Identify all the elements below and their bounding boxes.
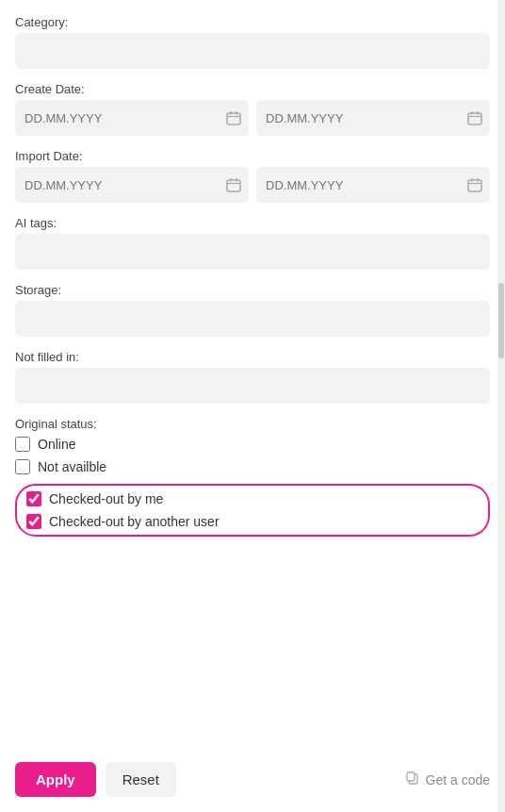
import-date-to-calendar-icon[interactable]: [460, 167, 490, 203]
original-status-field-group: Original status: Online Not availble Che…: [15, 417, 490, 537]
import-date-from-wrapper: [15, 167, 249, 203]
category-label: Category:: [15, 15, 490, 29]
checkbox-checked-out-other[interactable]: [26, 514, 41, 529]
option-not-available-label: Not availble: [38, 459, 106, 474]
option-checked-out-me-label: Checked-out by me: [49, 491, 163, 506]
checkbox-checked-out-me[interactable]: [26, 491, 41, 506]
copy-icon: [405, 771, 420, 789]
import-date-to-wrapper: [256, 167, 490, 203]
create-date-from-calendar-icon[interactable]: [219, 100, 249, 136]
checkbox-online[interactable]: [15, 437, 30, 452]
create-date-to-calendar-icon[interactable]: [460, 100, 490, 136]
option-checked-out-other[interactable]: Checked-out by another user: [26, 514, 479, 529]
svg-rect-17: [407, 772, 415, 781]
not-filled-in-label: Not filled in:: [15, 350, 490, 364]
footer: Apply Reset Get a code: [15, 753, 490, 797]
import-date-from-input[interactable]: [15, 178, 219, 192]
storage-input[interactable]: [15, 301, 490, 337]
svg-rect-8: [227, 180, 240, 191]
storage-label: Storage:: [15, 283, 490, 297]
not-filled-in-input[interactable]: [15, 368, 490, 404]
import-date-row: [15, 167, 490, 203]
get-code-link[interactable]: Get a code: [405, 771, 491, 789]
create-date-from-wrapper: [15, 100, 249, 136]
checkbox-not-available[interactable]: [15, 459, 30, 474]
create-date-label: Create Date:: [15, 82, 490, 96]
import-date-label: Import Date:: [15, 149, 490, 163]
not-filled-in-field-group: Not filled in:: [15, 350, 490, 404]
import-date-to-input[interactable]: [256, 178, 460, 192]
svg-rect-0: [227, 113, 240, 124]
ai-tags-label: AI tags:: [15, 216, 490, 230]
option-checked-out-me[interactable]: Checked-out by me: [26, 491, 479, 506]
original-status-options: Online Not availble Checked-out by me Ch…: [15, 437, 490, 537]
storage-field-group: Storage:: [15, 283, 490, 337]
create-date-to-input[interactable]: [256, 111, 460, 125]
category-field-group: Category:: [15, 15, 490, 69]
create-date-from-input[interactable]: [15, 111, 219, 125]
option-online-label: Online: [38, 437, 75, 452]
get-code-label: Get a code: [426, 772, 491, 787]
create-date-field-group: Create Date:: [15, 82, 490, 136]
original-status-label: Original status:: [15, 417, 490, 431]
svg-rect-4: [468, 113, 481, 124]
category-input[interactable]: [15, 33, 490, 69]
import-date-field-group: Import Date:: [15, 149, 490, 203]
option-checked-out-other-label: Checked-out by another user: [49, 514, 220, 529]
ai-tags-input[interactable]: [15, 234, 490, 270]
option-online[interactable]: Online: [15, 437, 490, 452]
option-not-available[interactable]: Not availble: [15, 459, 490, 474]
ai-tags-field-group: AI tags:: [15, 216, 490, 270]
filter-panel: Category: Create Date:: [0, 0, 505, 812]
create-date-row: [15, 100, 490, 136]
highlighted-options-box: Checked-out by me Checked-out by another…: [15, 484, 490, 537]
import-date-from-calendar-icon[interactable]: [219, 167, 249, 203]
create-date-to-wrapper: [256, 100, 490, 136]
apply-button[interactable]: Apply: [15, 762, 96, 797]
scrollbar-thumb[interactable]: [498, 283, 504, 358]
svg-rect-12: [468, 180, 481, 191]
reset-button[interactable]: Reset: [106, 762, 176, 797]
